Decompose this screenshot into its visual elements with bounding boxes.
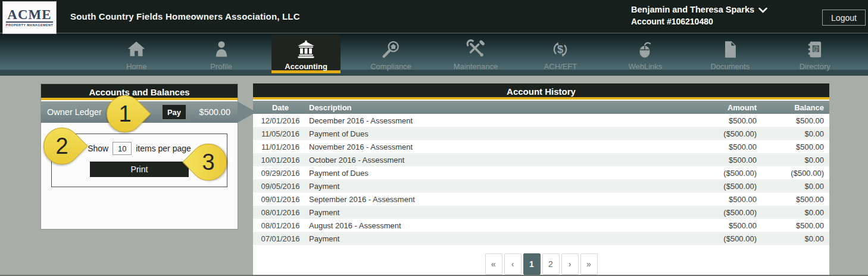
nav-item-home[interactable]: Home [94,33,179,76]
main-nav: Home Profile Accounting Compliance [0,33,868,76]
cell-date: 11/05/2016 [253,127,308,140]
table-row: 11/01/2016 November 2016 - Assessment $5… [253,140,829,153]
top-bar: South Country Fields Homeowners Associat… [0,0,868,33]
cell-date: 08/01/2016 [253,206,308,219]
nav-label: Accounting [285,62,327,71]
nav-label: Compliance [370,62,411,71]
pagination-page-1-button[interactable]: 1 [523,253,541,275]
magnifier-house-icon [381,38,401,61]
table-row: 07/01/2016 Payment ($500.00) $0.00 [253,232,829,245]
table-row: 09/05/2016 Payment ($500.00) $0.00 [253,179,829,193]
cell-description: Payment [308,179,676,193]
cell-description: Payment of Dues [308,127,676,140]
cell-description: Payment of Dues [308,166,676,179]
ledger-arrow-icon [238,101,256,123]
org-name: South Country Fields Homeowners Associat… [70,0,300,33]
cell-balance: $0.00 [765,206,829,219]
cell-description: October 2016 - Assessment [308,153,676,166]
history-panel-title: Account History [253,83,829,100]
annotation-number: 2 [44,128,80,164]
cell-date: 09/01/2016 [253,193,308,206]
nav-label: Profile [210,62,232,71]
annotation-number: 1 [107,96,143,132]
user-menu[interactable]: Benjamin and Theresa Sparks [631,5,767,14]
cell-description: December 2016 - Assessment [308,114,676,127]
svg-text:@: @ [813,45,819,52]
nav-item-weblinks[interactable]: WebLinks [603,33,688,76]
cell-amount: ($500.00) [676,127,765,140]
account-history-panel: Account History Date Description Amount … [253,83,829,276]
table-row: 08/01/2016 Payment ($500.00) $0.00 [253,206,829,219]
cell-balance: $500.00 [765,140,829,153]
cell-amount: ($500.00) [676,206,765,219]
ledger-balance: $500.00 [199,107,230,117]
chevron-down-icon[interactable] [758,8,767,13]
pagination-last-button[interactable]: » [580,253,598,275]
pay-button[interactable]: Pay [162,104,186,120]
cell-balance: $0.00 [765,127,829,140]
column-header-balance: Balance [765,101,829,114]
pagination-next-button[interactable]: › [561,253,579,275]
mouse-icon [635,38,655,61]
cell-amount: $500.00 [676,140,765,153]
account-history-table: Date Description Amount Balance 12/01/20… [253,101,829,245]
pagination-first-button[interactable]: « [485,253,502,275]
cell-amount: $500.00 [676,219,765,232]
home-icon [126,38,146,61]
column-header-date: Date [253,101,308,114]
cell-date: 08/01/2016 [253,219,308,232]
nav-items: Home Profile Accounting Compliance [94,33,857,76]
items-per-page-input[interactable] [113,142,132,155]
nav-item-directory[interactable]: @ Directory [773,33,857,76]
dollar-cycle-icon: $ [550,38,570,61]
acme-logo: ACME PROPERTY MANAGEMENT [2,1,57,34]
address-book-icon: @ [805,38,825,61]
nav-item-documents[interactable]: Documents [688,33,772,76]
nav-item-compliance[interactable]: Compliance [348,33,433,76]
logout-button[interactable]: Logout [822,10,866,26]
table-row: 08/01/2016 August 2016 - Assessment $500… [253,219,829,232]
nav-label: Home [126,62,147,71]
cell-date: 11/01/2016 [253,140,308,153]
cell-date: 09/29/2016 [253,166,308,179]
print-button[interactable]: Print [90,162,189,177]
table-header-row: Date Description Amount Balance [253,101,829,114]
nav-item-ach-eft[interactable]: $ ACH/EFT [518,33,602,76]
items-per-page-label: items per page [136,144,191,153]
cell-amount: ($500.00) [676,179,765,193]
show-label: Show [88,144,108,153]
account-number: Account #106210480 [631,17,767,26]
cell-date: 10/01/2016 [253,153,308,166]
logo-text: ACME [6,8,52,23]
column-header-description: Description [308,101,676,114]
cell-amount: $500.00 [676,193,765,206]
cell-description: November 2016 - Assessment [308,140,676,153]
pagination-prev-button[interactable]: ‹ [504,253,522,275]
pagination-page-2-button[interactable]: 2 [542,253,560,275]
annotation-number: 3 [191,144,226,180]
cell-date: 09/05/2016 [253,179,308,193]
cell-date: 07/01/2016 [253,232,308,245]
pagination: « ‹ 1 2 › » [253,253,829,275]
logo-subtext: PROPERTY MANAGEMENT [6,23,53,27]
nav-item-profile[interactable]: Profile [179,33,263,76]
cell-balance: $0.00 [765,232,829,245]
table-row: 09/01/2016 September 2016 - Assessment $… [253,193,829,206]
nav-label: WebLinks [628,62,662,71]
ledger-name: Owner Ledger [47,107,102,117]
tools-icon [466,38,486,61]
nav-item-accounting[interactable]: Accounting [264,33,348,76]
cell-balance: $0.00 [765,153,829,166]
cell-description: August 2016 - Assessment [308,219,676,232]
table-row: 09/29/2016 Payment of Dues ($500.00) ($5… [253,166,829,179]
cell-amount: $500.00 [676,114,765,127]
cell-balance: $500.00 [765,114,829,127]
hoa-portal-screen: South Country Fields Homeowners Associat… [0,0,868,276]
user-name-label: Benjamin and Theresa Sparks [631,5,754,14]
column-header-amount: Amount [676,101,765,114]
person-icon [211,38,232,61]
cell-amount: ($500.00) [676,232,765,245]
nav-item-maintenance[interactable]: Maintenance [433,33,518,76]
nav-label: Directory [800,62,830,71]
cell-balance: ($500.00) [765,166,829,179]
